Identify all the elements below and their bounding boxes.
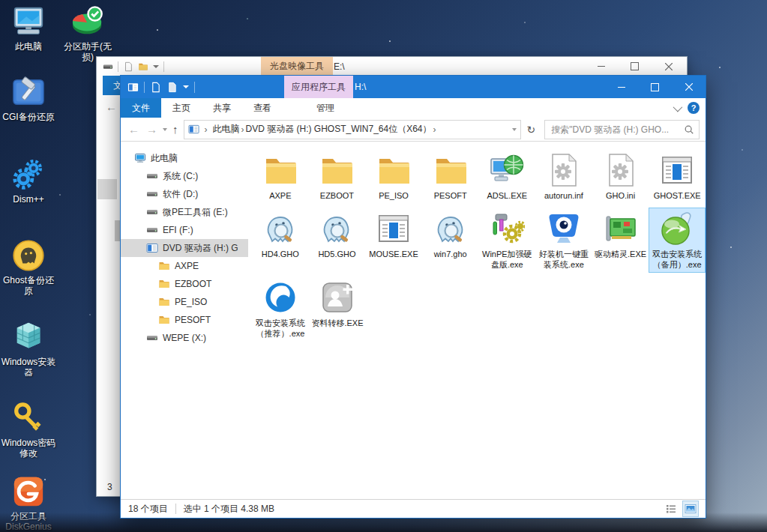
tab-共享[interactable]: 共享 [202,98,242,118]
address-bar[interactable]: › 此电脑›DVD 驱动器 (H:) GHOST_WIN7_64位（X64）› [184,120,521,139]
refresh-icon[interactable]: ↻ [525,124,538,136]
item-count: 18 个项目 [128,503,168,516]
file-item[interactable]: 好装机一键重装系统.exe [535,208,592,273]
desktop-icon-windows-installer[interactable]: Windows安装器 [0,320,57,378]
separator [144,82,145,93]
maximize-button[interactable] [638,76,672,98]
tab-主页[interactable]: 主页 [161,98,202,118]
recent-locations-icon[interactable] [163,128,167,131]
sidebar-item-PESOFT[interactable]: PESOFT [121,311,248,329]
bg-back-icon[interactable]: ← [106,100,117,113]
desktop-icon-this-pc[interactable]: 此电脑 [0,4,57,52]
qat-dropdown-icon[interactable] [183,85,189,88]
config-file-icon [603,152,639,188]
file-name: autorun.inf [544,190,583,201]
tab-管理[interactable]: 管理 [305,98,346,118]
file-item[interactable]: GHO.ini [592,149,649,204]
breadcrumb-item[interactable]: 此电脑 [213,123,240,136]
desktop-icon-ghost-backup[interactable]: Ghost备份还原 [0,238,57,296]
file-item[interactable]: HD4.GHO [252,208,309,262]
desktop-icon-diskgenius[interactable]: 分区工具DiskGenius [0,474,57,532]
cgi-backup-icon [11,75,46,109]
file-item[interactable]: 资料转移.EXE [309,276,366,331]
bg-contextual-tab[interactable]: 光盘映像工具 [261,57,333,76]
tab-查看[interactable]: 查看 [242,98,283,118]
breadcrumb-item[interactable]: DVD 驱动器 (H:) GHOST_WIN7_64位（X64） [246,123,432,136]
sidebar-item-label: WEPE (X:) [163,333,206,343]
folder-icon [376,152,412,188]
sidebar-item-WEPE (X:)[interactable]: WEPE (X:) [121,329,248,347]
file-item[interactable]: PE_ISO [365,149,422,204]
file-item[interactable]: PESOFT [422,149,479,204]
help-button[interactable]: ? [688,102,700,114]
bg-scrollbar-thumb[interactable] [115,220,120,241]
desktop-icon-label: 分区工具DiskGenius [0,511,57,532]
back-icon[interactable]: ← [127,124,141,135]
ghost-backup-icon [11,238,46,273]
sidebar-item-EZBOOT[interactable]: EZBOOT [121,275,248,293]
desktop-icon-partition-assistant[interactable]: 分区助手(无损) [59,4,116,62]
file-name: ADSL.EXE [487,190,527,201]
search-box[interactable] [544,120,700,139]
sidebar-item-EFI (F:)[interactable]: EFI (F:) [121,221,248,239]
sidebar-item-label: PESOFT [175,315,211,325]
titlebar: 应用程序工具 H:\ [121,76,706,98]
file-item[interactable]: win7.gho [422,208,479,262]
explorer-window[interactable]: 应用程序工具 H:\ 文件主页共享查看管理 ? ← → ↑ › 此电脑›DVD … [120,75,706,519]
maximize-button[interactable] [618,57,652,76]
file-item[interactable]: autorun.inf [535,149,592,204]
sidebar-item-AXPE[interactable]: AXPE [121,257,248,275]
address-dropdown-icon[interactable] [512,128,517,131]
partition-assistant-icon [70,4,105,39]
file-item[interactable]: GHOST.EXE [649,149,706,204]
properties-icon[interactable] [166,82,178,93]
drive-icon [146,188,158,200]
sidebar-item-DVD 驱动器 (H:) G[interactable]: DVD 驱动器 (H:) G [121,239,248,257]
details-view-button[interactable] [664,501,679,516]
folder-icon[interactable] [138,61,148,72]
file-item[interactable]: 驱动精灵.EXE [592,208,649,262]
contextual-tab-label[interactable]: 应用程序工具 [284,76,353,98]
close-button[interactable] [672,76,706,98]
new-file-icon[interactable] [123,61,133,72]
close-button[interactable] [652,57,685,76]
qat-dropdown-icon[interactable] [153,65,159,68]
tab-文件[interactable]: 文件 [121,98,161,118]
forward-icon[interactable]: → [145,124,159,135]
file-item[interactable]: 双击安装系统（推荐）.exe [252,276,309,342]
file-item[interactable]: MOUSE.EXE [365,208,422,262]
file-item[interactable]: WinPE加强硬盘版.exe [479,208,536,273]
sidebar-item-此电脑[interactable]: 此电脑 [121,149,248,167]
minimize-button[interactable] [604,76,638,98]
sidebar-item-label: 软件 (D:) [163,188,198,201]
desktop-icon-label: 此电脑 [15,41,42,52]
search-icon[interactable] [684,124,694,135]
up-icon[interactable]: ↑ [171,124,180,135]
sidebar-item-软件 (D:)[interactable]: 软件 (D:) [121,185,248,203]
large-icons-view-button[interactable] [683,501,698,516]
file-name: MOUSE.EXE [369,249,418,259]
file-item[interactable]: AXPE [252,149,309,204]
file-name: 双击安装系统（备用）.exe [651,249,704,270]
file-item[interactable]: 双击安装系统（备用）.exe [649,208,706,273]
ghost-file-icon [262,211,298,247]
minimize-ribbon-icon[interactable] [673,102,683,112]
desktop-icon-cgi-backup[interactable]: CGI备份还原 [0,75,57,122]
new-file-icon[interactable] [150,82,161,93]
file-name: PESOFT [434,190,467,201]
sidebar-item-微PE工具箱 (E:)[interactable]: 微PE工具箱 (E:) [121,203,248,221]
minimize-button[interactable] [584,57,618,76]
desktop-icon-label: Windows安装器 [0,357,57,378]
desktop-icon-windows-password[interactable]: Windows密码修改 [0,401,57,459]
file-name: HD4.GHO [262,249,299,259]
file-item[interactable]: ADSL.EXE [479,149,536,204]
drive-icon [146,206,158,218]
desktop-icon-dism[interactable]: Dism++ [0,157,57,205]
file-name: GHO.ini [606,190,635,201]
file-item[interactable]: HD5.GHO [309,208,366,262]
search-input[interactable] [550,124,681,136]
file-name: 资料转移.EXE [311,318,363,328]
sidebar-item-系统 (C:)[interactable]: 系统 (C:) [121,167,248,185]
file-item[interactable]: EZBOOT [309,149,366,204]
sidebar-item-PE_ISO[interactable]: PE_ISO [121,293,248,311]
